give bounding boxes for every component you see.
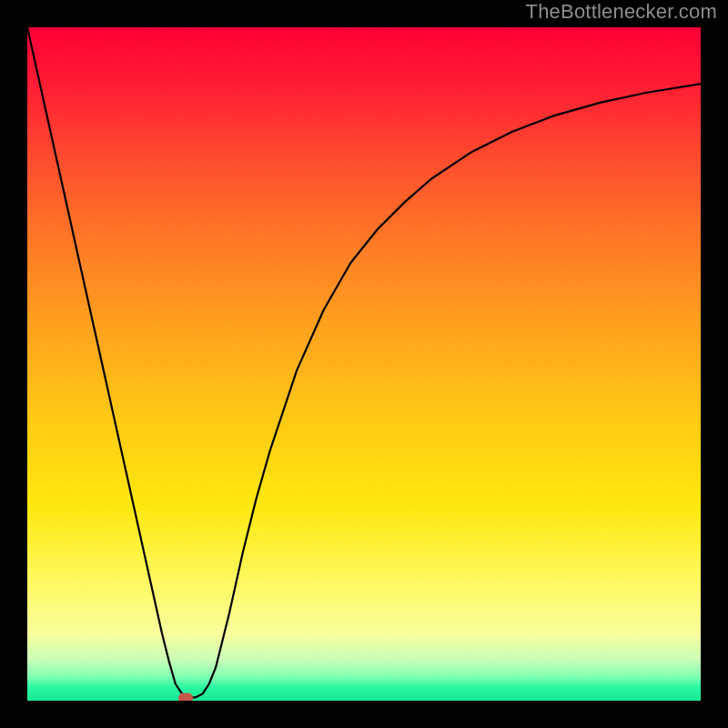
plot-area — [27, 27, 701, 701]
chart-frame: TheBottlenecker.com — [0, 0, 728, 728]
curve-svg — [27, 27, 701, 701]
minimum-marker — [178, 693, 193, 701]
watermark-text: TheBottlenecker.com — [526, 0, 717, 24]
bottleneck-curve — [27, 27, 701, 697]
